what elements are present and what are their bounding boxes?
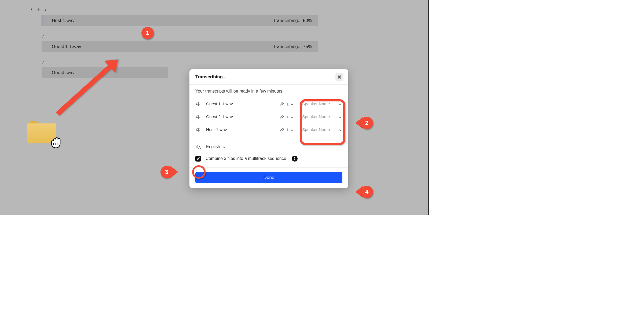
chevron-down-icon: [290, 128, 294, 131]
done-button[interactable]: Done: [195, 172, 342, 183]
close-icon: [338, 75, 341, 79]
combine-checkbox[interactable]: [195, 156, 201, 162]
audio-icon: [195, 101, 201, 107]
annotation-callout-4: 4: [355, 186, 373, 198]
modal-file-name: Guest 1-1.wav: [206, 101, 276, 106]
translate-icon: [195, 144, 201, 150]
speaker-count[interactable]: 1: [280, 114, 294, 119]
audio-icon: [195, 114, 201, 120]
svg-point-0: [281, 102, 282, 104]
chevron-down-icon: [290, 115, 294, 118]
check-icon: [196, 157, 200, 160]
close-button[interactable]: [335, 73, 343, 81]
speaker-count[interactable]: 1: [280, 101, 294, 107]
modal-footer: Done: [189, 168, 348, 188]
chevron-down-icon: [290, 102, 294, 105]
annotation-callout-2: 2: [355, 117, 373, 129]
audio-icon: [195, 127, 201, 133]
annotation-callout-3: 3: [160, 166, 178, 178]
modal-file-name: Guest 2-1.wav: [206, 114, 276, 119]
folder-drag-illustration: [27, 121, 56, 143]
help-icon[interactable]: ?: [292, 156, 298, 162]
speaker-count[interactable]: 1: [280, 127, 294, 132]
combine-row: Combine 3 files into a multitrack sequen…: [189, 153, 348, 168]
annotation-highlight-checkbox: [192, 165, 206, 179]
grab-cursor-icon: [48, 136, 63, 149]
annotation-highlight-speaker: [300, 99, 345, 145]
language-select[interactable]: English: [206, 144, 226, 149]
chevron-down-icon: [223, 145, 226, 148]
annotation-callout-1: 1: [141, 27, 154, 39]
svg-point-1: [281, 115, 282, 117]
modal-header: Transcribing...: [189, 69, 348, 85]
people-icon: [280, 101, 285, 107]
right-border: [428, 0, 429, 215]
people-icon: [280, 114, 285, 119]
svg-point-2: [281, 128, 282, 130]
modal-title: Transcribing...: [195, 74, 226, 80]
modal-subtitle: Your transcripts will be ready in a few …: [189, 85, 348, 96]
modal-file-name: Host-1.wav: [206, 127, 276, 132]
combine-label: Combine 3 files into a multitrack sequen…: [206, 156, 286, 161]
people-icon: [280, 127, 285, 132]
